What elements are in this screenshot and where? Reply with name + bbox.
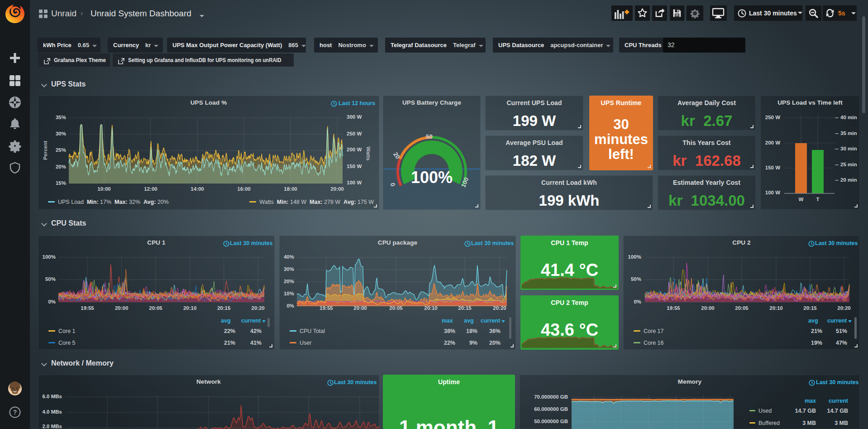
svg-text:?: ?: [13, 409, 17, 416]
